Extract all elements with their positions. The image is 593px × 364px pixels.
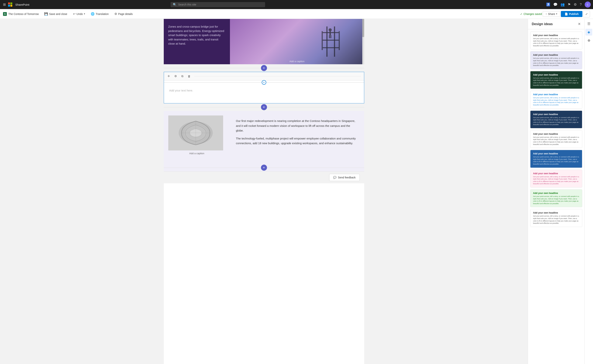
undo-chevron-icon: ▾ xyxy=(84,13,85,15)
move-tool-button[interactable]: ✛ xyxy=(166,73,171,79)
app-grid-button[interactable]: ⊞ xyxy=(2,2,7,7)
idea-card-7[interactable]: Add your own headlineGet your point acro… xyxy=(530,170,582,188)
top-hero-section: Zones and cross-campus bridge just for p… xyxy=(164,19,364,64)
idea-card-9[interactable]: Add your own headlineGet your point acro… xyxy=(530,209,582,227)
app-name-label: SharePoint xyxy=(15,3,29,6)
search-input[interactable] xyxy=(178,3,263,6)
idea-card-4[interactable]: Add your own headlineGet your point acro… xyxy=(530,110,582,128)
people-icon-button[interactable]: 👥 xyxy=(560,2,565,6)
send-feedback-bar: 💬 Send feedback xyxy=(164,171,364,183)
idea-headline-4: Add your own headline xyxy=(533,113,579,116)
idea-subtext-1: Get your point across, tell a story, or … xyxy=(533,57,579,66)
design-ideas-list: Add your own headlineGet your point acro… xyxy=(528,29,585,364)
inner-add-divider: + xyxy=(164,80,364,84)
idea-headline-2: Add your own headline xyxy=(533,73,579,76)
idea-subtext-9: Get your point across, tell a story, or … xyxy=(533,215,579,224)
page-details-icon: ⚙ xyxy=(114,12,117,16)
bottom-paragraph-2: The technology-fueled, multiphase projec… xyxy=(236,136,358,146)
add-section-button-middle[interactable]: + xyxy=(261,104,267,110)
idea-card-2[interactable]: Add your own headlineGet your point acro… xyxy=(530,71,582,89)
add-section-button-top[interactable]: + xyxy=(261,65,267,71)
undo-label: Undo xyxy=(77,13,83,15)
brand-section: S The Contoso of Tomorrow xyxy=(3,12,39,16)
save-and-close-label: Save and close xyxy=(49,13,67,15)
idea-headline-0: Add your own headline xyxy=(533,34,579,37)
side-icon-2-active[interactable]: ◈ xyxy=(586,29,592,36)
user-avatar[interactable]: C xyxy=(585,1,591,7)
section-divider-top: + xyxy=(164,64,364,72)
add-section-button-bottom[interactable]: + xyxy=(261,165,267,171)
translation-icon: 🌐 xyxy=(91,12,95,16)
top-nav: ⊞ SharePoint 🔍 ♿ 💬 👥 ⚑ ⚙ ? C xyxy=(0,0,593,9)
nav-icon-group: ♿ 💬 👥 ⚑ ⚙ ? C xyxy=(546,1,591,7)
page-content: Zones and cross-campus bridge just for p… xyxy=(164,19,364,364)
svg-rect-6 xyxy=(339,31,340,50)
top-text-area: Zones and cross-campus bridge just for p… xyxy=(164,19,230,64)
scaffold-silhouette xyxy=(311,23,349,57)
chat-icon-button[interactable]: 💬 xyxy=(553,2,557,6)
editable-text-section[interactable]: ✛ ⚙ ⧉ 🗑 + Add your text here. xyxy=(164,72,364,103)
svg-rect-12 xyxy=(330,35,331,38)
idea-card-8[interactable]: Add your own headlineGet your point acro… xyxy=(530,189,582,207)
add-inner-section-button[interactable]: + xyxy=(262,80,266,85)
svg-rect-11 xyxy=(329,35,330,38)
svg-rect-9 xyxy=(328,32,330,33)
idea-headline-7: Add your own headline xyxy=(533,172,579,175)
duplicate-tool-button[interactable]: ⧉ xyxy=(180,73,185,79)
panel-close-button[interactable]: ✕ xyxy=(578,22,581,26)
idea-headline-9: Add your own headline xyxy=(533,211,579,214)
share-label: Share xyxy=(548,13,555,15)
bottom-text-area: Our first major redevelopment is nearing… xyxy=(230,111,364,164)
page-details-button[interactable]: ⚙ Page details xyxy=(112,11,135,17)
undo-button[interactable]: ↩ Undo ▾ xyxy=(71,11,87,17)
microsoft-logo xyxy=(8,2,12,6)
translation-button[interactable]: 🌐 Translation xyxy=(88,11,111,17)
collapse-button[interactable]: ⤢ xyxy=(583,11,590,17)
idea-headline-1: Add your own headline xyxy=(533,54,579,56)
flag-icon-button[interactable]: ⚑ xyxy=(568,2,571,6)
save-and-close-button[interactable]: 💾 Save and close xyxy=(42,11,70,17)
editor-area[interactable]: Zones and cross-campus bridge just for p… xyxy=(0,19,528,364)
idea-subtext-8: Get your point across, tell a story, or … xyxy=(533,195,579,205)
send-feedback-button[interactable]: 💬 Send feedback xyxy=(329,174,359,181)
help-icon-button[interactable]: ? xyxy=(580,3,582,6)
share-button[interactable]: ↑ Share ▾ xyxy=(543,11,560,17)
idea-card-5[interactable]: Add your own headlineGet your point acro… xyxy=(530,130,582,148)
svg-rect-4 xyxy=(323,47,339,48)
settings-icon-button[interactable]: ⚙ xyxy=(574,2,577,6)
idea-card-1[interactable]: Add your own headlineGet your point acro… xyxy=(530,51,582,69)
side-icon-1[interactable]: ☰ xyxy=(586,20,592,27)
idea-subtext-2: Get your point across, tell a story, or … xyxy=(533,77,579,86)
page-details-label: Page details xyxy=(118,13,133,15)
idea-subtext-5: Get your point across, tell a story, or … xyxy=(533,136,579,145)
delete-tool-button[interactable]: 🗑 xyxy=(187,73,192,79)
publish-label: Publish xyxy=(569,13,579,15)
bottom-image-caption[interactable]: Add a caption xyxy=(168,152,225,155)
editable-content-area[interactable]: Add your text here. xyxy=(164,84,364,103)
translation-label: Translation xyxy=(96,13,109,15)
svg-point-7 xyxy=(329,28,332,31)
svg-rect-8 xyxy=(329,31,331,35)
bottom-paragraph-1: Our first major redevelopment is nearing… xyxy=(236,118,358,133)
spiral-svg xyxy=(168,116,223,150)
idea-card-3[interactable]: Add your own headlineGet your point acro… xyxy=(530,91,582,109)
spiral-image xyxy=(168,116,223,150)
bottom-image-area: Add a caption xyxy=(164,111,230,164)
idea-card-0[interactable]: Add your own headlineGet your point acro… xyxy=(530,32,582,49)
idea-subtext-7: Get your point across, tell a story, or … xyxy=(533,176,579,185)
accessibility-icon-button[interactable]: ♿ xyxy=(546,2,550,6)
changes-saved-indicator: ✓ Changes saved xyxy=(520,13,542,15)
publish-button[interactable]: 📄 Publish xyxy=(561,11,582,17)
side-icon-3[interactable]: ⊕ xyxy=(586,37,592,44)
publish-icon: 📄 xyxy=(565,13,568,15)
idea-headline-6: Add your own headline xyxy=(533,152,579,155)
top-text-content: Zones and cross-campus bridge just for p… xyxy=(168,25,225,46)
svg-rect-3 xyxy=(323,40,339,41)
idea-card-6[interactable]: Add your own headlineGet your point acro… xyxy=(530,150,582,168)
settings-tool-button[interactable]: ⚙ xyxy=(173,73,178,79)
collapse-icon: ⤢ xyxy=(586,13,588,15)
search-icon: 🔍 xyxy=(173,3,177,6)
top-image-caption[interactable]: Add a caption xyxy=(290,60,305,63)
idea-headline-8: Add your own headline xyxy=(533,192,579,195)
search-bar[interactable]: 🔍 xyxy=(171,2,265,7)
